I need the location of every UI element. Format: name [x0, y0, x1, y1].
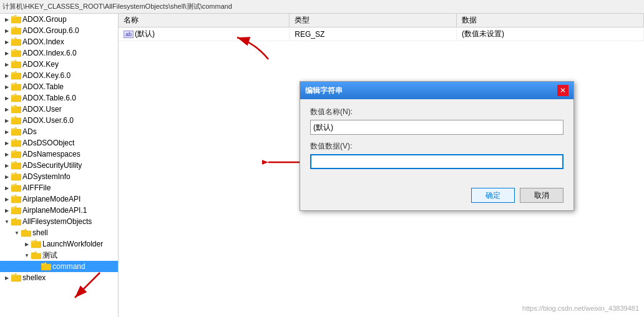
- tree-item-command[interactable]: command: [0, 261, 118, 272]
- svg-rect-10: [11, 129, 21, 135]
- folder-icon: [11, 37, 21, 46]
- svg-rect-16: [11, 197, 21, 203]
- folder-icon: [11, 60, 21, 69]
- tree-item-label: ADsNamespaces: [22, 150, 80, 158]
- tree-arrow: ▶: [2, 95, 11, 101]
- ab-icon: ab: [124, 31, 134, 38]
- svg-rect-3: [11, 51, 21, 57]
- folder-icon: [11, 183, 21, 192]
- col-data: 数据: [457, 14, 644, 27]
- tree-item-label: shellex: [22, 273, 46, 282]
- tree-item-shellex[interactable]: ▶shellex: [0, 272, 118, 283]
- svg-rect-13: [11, 163, 21, 169]
- data-input[interactable]: [310, 154, 564, 169]
- tree-item-test[interactable]: ▼测试: [0, 250, 118, 261]
- folder-icon: [11, 71, 21, 80]
- tree-arrow: ▶: [22, 241, 31, 247]
- registry-table: 名称 类型 数据 ab(默认)REG_SZ(数值未设置): [119, 14, 644, 41]
- svg-rect-5: [11, 73, 21, 79]
- tree-item-label: AirplaneModeAPI: [22, 195, 80, 203]
- tree-item-label: LaunchWorkfolder: [42, 240, 103, 248]
- folder-icon: [11, 105, 21, 114]
- tree-item-airplanemodeapi-1[interactable]: ▶AirplaneModeAPI.1: [0, 205, 118, 216]
- svg-rect-0: [11, 17, 21, 23]
- tree-arrow: ▶: [2, 197, 11, 202]
- folder-icon: [11, 49, 21, 57]
- tree-item-adox-group[interactable]: ▶ADOX.Group: [0, 14, 118, 25]
- edit-string-dialog[interactable]: 编辑字符串 ✕ 数值名称(N): 数值数据(V): 确定 取消: [300, 81, 574, 211]
- tree-panel[interactable]: ▶ADOX.Group▶ADOX.Group.6.0▶ADOX.Index▶AD…: [0, 14, 119, 317]
- svg-rect-6: [11, 84, 21, 90]
- cell-data: (数值未设置): [457, 27, 644, 41]
- tree-item-airplanemodeapi[interactable]: ▶AirplaneModeAPI: [0, 193, 118, 205]
- tree-item-adsdsoobject[interactable]: ▶ADsDSOObject: [0, 137, 118, 149]
- tree-item-adssecurityutility[interactable]: ▶ADsSecurityUtility: [0, 160, 118, 171]
- tree-arrow: ▶: [2, 174, 11, 180]
- table-row[interactable]: ab(默认)REG_SZ(数值未设置): [119, 27, 644, 41]
- tree-item-label: AirplaneModeAPI.1: [22, 206, 87, 215]
- tree-arrow: ▶: [2, 17, 11, 22]
- tree-item-label: AllFilesystemObjects: [22, 217, 92, 226]
- folder-icon: [11, 195, 21, 203]
- tree-arrow: ▶: [2, 62, 11, 67]
- tree-item-label: ADOX.Index: [22, 37, 64, 46]
- svg-rect-22: [41, 264, 51, 270]
- tree-item-label: ADOX.Key.6.0: [22, 71, 71, 80]
- tree-item-allfilesystemobjects[interactable]: ▼AllFilesystemObjects: [0, 216, 118, 227]
- tree-item-aiffile[interactable]: ▶AIFFFile: [0, 182, 118, 193]
- tree-item-adox-user-6[interactable]: ▶ADOX.User.6.0: [0, 115, 118, 126]
- svg-rect-19: [21, 231, 31, 237]
- tree-item-adsnamespaces[interactable]: ▶ADsNamespaces: [0, 149, 118, 160]
- folder-icon: [11, 82, 21, 91]
- tree-item-adox-table[interactable]: ▶ADOX.Table: [0, 81, 118, 92]
- tree-item-label: ADOX.Table.6.0: [22, 94, 76, 102]
- tree-item-adox-table-6[interactable]: ▶ADOX.Table.6.0: [0, 92, 118, 104]
- ok-button[interactable]: 确定: [471, 188, 515, 203]
- tree-item-label: 测试: [42, 250, 57, 261]
- dialog-title-bar: 编辑字符串 ✕: [300, 82, 573, 99]
- tree-arrow: ▼: [2, 219, 11, 225]
- tree-item-ads[interactable]: ▶ADs: [0, 126, 118, 137]
- tree-item-label: ADOX.User.6.0: [22, 116, 74, 125]
- tree-item-adox-index-6[interactable]: ▶ADOX.Index.6.0: [0, 47, 118, 59]
- svg-rect-2: [11, 39, 21, 46]
- name-input[interactable]: [310, 120, 564, 135]
- folder-icon: [11, 217, 21, 226]
- tree-item-adox-key-6[interactable]: ▶ADOX.Key.6.0: [0, 70, 118, 81]
- tree-item-launchworkfolder[interactable]: ▶LaunchWorkfolder: [0, 238, 118, 250]
- tree-arrow: ▶: [2, 185, 11, 191]
- svg-rect-11: [11, 140, 21, 147]
- svg-rect-23: [11, 275, 21, 281]
- tree-arrow: ▶: [2, 107, 11, 112]
- tree-arrow: ▶: [2, 39, 11, 45]
- tree-item-shell[interactable]: ▼shell: [0, 227, 118, 238]
- tree-item-label: ADOX.User: [22, 105, 62, 114]
- tree-item-adox-key[interactable]: ▶ADOX.Key: [0, 59, 118, 70]
- cancel-button[interactable]: 取消: [520, 188, 564, 203]
- folder-icon: [11, 94, 21, 102]
- svg-rect-14: [11, 174, 21, 180]
- dialog-footer: 确定 取消: [300, 183, 573, 210]
- folder-icon: [11, 161, 21, 170]
- tree-item-label: ADSystemInfo: [22, 172, 71, 181]
- tree-item-label: ADOX.Group: [22, 15, 67, 24]
- tree-item-adsysteminfo[interactable]: ▶ADSystemInfo: [0, 171, 118, 182]
- tree-arrow: ▶: [2, 118, 11, 124]
- name-label: 数值名称(N):: [310, 107, 564, 117]
- tree-arrow: ▶: [2, 51, 11, 56]
- tree-item-label: ADOX.Table: [22, 82, 64, 91]
- tree-item-adox-group-6[interactable]: ▶ADOX.Group.6.0: [0, 25, 118, 36]
- svg-rect-4: [11, 62, 21, 68]
- dialog-close-button[interactable]: ✕: [557, 85, 568, 96]
- folder-icon: [11, 273, 21, 282]
- folder-icon: [11, 206, 21, 215]
- svg-rect-17: [11, 208, 21, 214]
- tree-item-adox-user[interactable]: ▶ADOX.User: [0, 104, 118, 115]
- folder-icon: [21, 228, 31, 237]
- tree-arrow: ▶: [2, 84, 11, 90]
- folder-icon: [11, 150, 21, 158]
- tree-arrow: ▼: [22, 253, 31, 258]
- folder-icon: [11, 127, 21, 136]
- tree-item-adox-index[interactable]: ▶ADOX.Index: [0, 36, 118, 47]
- svg-rect-1: [11, 28, 21, 34]
